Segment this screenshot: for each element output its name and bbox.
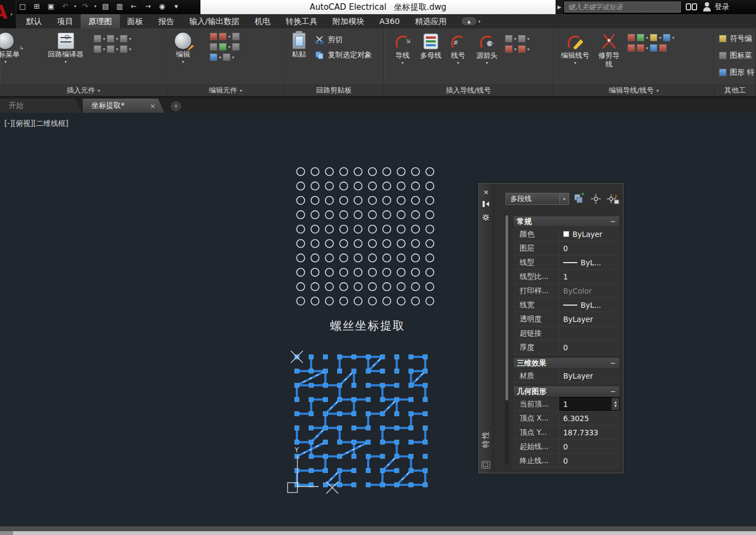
symbol-builder-button[interactable]: 符号编 [719,33,754,45]
property-value[interactable]: 6.3025 [559,411,620,425]
open-icon[interactable]: ⊞ [32,1,42,11]
ribbon-tab-附加模块[interactable]: 附加模块 [325,14,371,28]
collapse-icon[interactable]: − [610,217,616,226]
copy-component-icon[interactable] [210,43,217,51]
move-wire-icon[interactable] [627,44,635,52]
forward-icon[interactable]: → [143,1,153,11]
ribbon-tab-报告[interactable]: 报告 [151,14,182,28]
ribbon-tab-默认[interactable]: 默认 [19,14,50,28]
ribbon-tab-输入/输出数据[interactable]: 输入/输出数据 [182,14,247,28]
wire-tee-icon[interactable] [518,45,526,53]
icon-menu-wizard-button[interactable]: 图标菜 [719,50,754,62]
panel-label-insert-components[interactable]: 插入元件▾ [0,84,167,96]
palette-close-icon[interactable]: × [482,188,490,196]
property-value[interactable]: 0 [559,341,620,354]
drawing-properties-button[interactable]: 图形 特 [719,66,754,78]
edit-component-button[interactable]: 编辑▾ [175,33,191,64]
retag-icon[interactable] [219,43,227,51]
swap-icon[interactable] [223,53,230,61]
panel-label-circuit-clipboard[interactable]: 回路剪贴板 [284,84,383,96]
tab-current-drawing[interactable]: 坐标提取*× [83,99,164,113]
ribbon-display-toggle[interactable]: ▲▾ [462,17,480,25]
multiple-insert-icon[interactable] [94,35,101,42]
close-icon[interactable]: × [150,102,156,110]
search-binoculars-icon[interactable] [686,3,699,11]
redo-icon[interactable]: ↷ [80,1,90,11]
quick-select-icon[interactable] [606,193,619,205]
property-value[interactable]: 0 [559,454,620,467]
back-icon[interactable]: ← [129,1,139,11]
fix-wire-icon[interactable] [650,34,657,41]
insert-terminal-icon[interactable] [120,45,127,53]
property-value[interactable]: ByLayer [559,312,620,326]
select-objects-icon[interactable] [590,193,602,205]
plot-icon[interactable]: ◉ [157,1,167,11]
source-arrow-button[interactable]: 源箭头▾ [475,33,498,65]
wire-check-icon[interactable] [663,34,670,41]
selected-polyline[interactable]: Y [284,346,443,506]
chevron-down-icon[interactable]: ▾ [478,19,480,24]
viewport-controls[interactable]: [-][俯视][二维线框] [4,119,68,129]
multi-bus-button[interactable]: 多母线 [420,33,442,60]
property-value[interactable]: ByL... [559,256,620,269]
property-value[interactable]: 0 [559,440,620,453]
object-type-dropdown[interactable]: 多段线 [505,193,560,205]
copy-selected-button[interactable]: 复制选定对象 [315,49,372,61]
palette-autohide-icon[interactable] [482,200,490,209]
panel-label-edit-components[interactable]: 编辑元件▾ [167,84,284,96]
property-value[interactable]: 1▲▼ [559,397,620,411]
undo-dropdown-icon[interactable]: ▾ [74,4,76,9]
property-value[interactable] [559,326,620,340]
scrollbar-thumb[interactable] [0,531,13,535]
attributes-icon[interactable] [210,53,217,61]
delete-component-icon[interactable] [210,33,217,40]
ribbon-tab-项目[interactable]: 项目 [50,14,81,28]
new-tab-button[interactable]: + [171,101,181,111]
ribbon-minimize-icon[interactable]: ▲ [462,17,476,25]
property-value[interactable]: ByColor [559,284,620,297]
user-icon[interactable] [703,2,711,12]
dropdown-arrow-icon[interactable]: ▾ [560,193,569,205]
new-icon[interactable]: □ [17,1,28,11]
cut-button[interactable]: 剪切 [315,34,372,46]
icon-menu-button[interactable]: ↳ 图标菜单▾ [0,33,20,64]
edit-wire-number-button[interactable]: 编辑线号▾ [561,33,589,65]
delete-wire-icon[interactable] [627,34,635,41]
stretch-wire-icon[interactable] [637,44,644,52]
panel-label-edit-wires[interactable]: 编辑导线/线号▾ [553,84,714,96]
add-rung-icon[interactable] [637,34,644,41]
wire-number-button[interactable]: # 线号▾ [448,33,468,65]
revise-ladder-icon[interactable] [659,44,667,52]
insert-connector-icon[interactable] [107,45,114,53]
ribbon-tab-面板[interactable]: 面板 [120,14,151,28]
toggle-pickadd-icon[interactable] [574,193,586,205]
palette-scrollbar[interactable] [505,214,509,465]
drawing-canvas[interactable]: [-][俯视][二维线框] 螺丝坐标提取 Y × 特性 多段线 ▾ [0,113,756,526]
property-value[interactable]: ByL... [559,298,620,312]
sign-in-button[interactable]: 登录 [715,2,729,12]
page-icon[interactable]: ▥ [114,1,125,11]
section-header-常规[interactable]: 常规− [513,216,620,227]
horizontal-scrollbar[interactable] [0,531,756,535]
insert-plc-icon[interactable] [94,45,101,53]
save-icon[interactable]: ▣ [46,1,56,11]
wire-button[interactable]: 导线▾ [392,33,413,65]
palette-title-strip[interactable]: × 特性 [479,184,493,473]
section-header-三维效果[interactable]: 三维效果− [513,357,620,369]
ribbon-tab-转换工具[interactable]: 转换工具 [278,14,325,28]
application-menu-button[interactable]: A ▾ [0,0,16,28]
search-input[interactable] [564,2,681,13]
insert-footprint-icon[interactable] [120,35,127,42]
undo-icon[interactable]: ↶ [60,1,70,11]
trim-wire-button[interactable]: 修剪导线 [598,33,620,69]
wire-gap-icon[interactable] [518,35,526,42]
ribbon-tab-A360[interactable]: A360 [371,14,407,28]
screw-circle-grid[interactable] [294,163,441,312]
customize-icon[interactable]: ▾ [171,1,181,11]
move-component-icon[interactable] [219,33,227,40]
paste-button[interactable]: 粘贴 [292,33,306,59]
redo-dropdown-icon[interactable]: ▾ [94,4,96,9]
insert-panel-icon[interactable] [107,35,114,42]
palette-settings-icon[interactable] [482,214,490,222]
property-value[interactable]: ByLayer [559,227,620,241]
